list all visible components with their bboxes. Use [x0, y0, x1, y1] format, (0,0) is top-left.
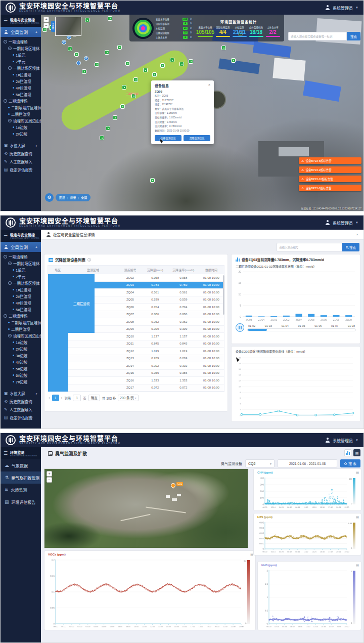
table-row[interactable]: ZQ130.2690.26901-08 10:00	[48, 355, 224, 363]
close-icon[interactable]: ×	[356, 232, 358, 237]
device-marker-green[interactable]	[100, 136, 104, 140]
sidebar-item-稳定评估报告[interactable]: ▤稳定评估报告	[1, 165, 41, 174]
sidebar-item-水位大屏[interactable]: ▣水位大屏▸	[1, 141, 41, 149]
zoom-in-button[interactable]: +	[43, 17, 49, 22]
tree-item[interactable]: 1#拦渣坝	[1, 286, 41, 293]
tree-item[interactable]: 二期拦渣坝	[1, 326, 41, 332]
user-menu[interactable]: 系统管理员 ▼	[325, 438, 358, 443]
sidebar-item-人工数据导入[interactable]: ✎人工数据导入	[1, 157, 41, 165]
sidebar-item-global-monitor[interactable]: 全局监测 ▲	[1, 27, 41, 37]
sidebar-item-环境评估报告[interactable]: ▤环境评估报告	[1, 496, 41, 508]
page-number-button[interactable]: 1	[52, 395, 59, 401]
tree-item[interactable]: 7#边坡	[1, 378, 41, 385]
jump-page-input[interactable]: 1	[73, 395, 81, 401]
device-marker-green[interactable]	[152, 72, 157, 77]
timeline-label[interactable]: 01-03	[265, 324, 272, 327]
page-size-select[interactable]: 200 条/页▾	[118, 395, 138, 401]
collapse-icon[interactable]: −	[8, 281, 12, 285]
tree-item[interactable]: 2#边坡	[1, 346, 41, 352]
search-button[interactable]: 搜索	[342, 243, 359, 251]
sidebar-item-稳定评估报告[interactable]: ▤稳定评估报告	[1, 413, 41, 421]
device-marker-green[interactable]	[108, 16, 112, 21]
device-marker-green[interactable]	[179, 62, 184, 66]
popup-button-沉降监测信息[interactable]: 沉降监测信息	[184, 135, 210, 141]
sidebar-item-历史数据查询[interactable]: ⟲历史数据查询	[1, 397, 41, 405]
device-marker-blue[interactable]: P	[62, 40, 66, 45]
tree-item[interactable]: 1#拦渣坝	[1, 71, 41, 78]
sidebar-control-header[interactable]: ☰ 稳定与安全管控 STABILITY AND SAFETY CONTROL	[1, 15, 41, 27]
timeline-label[interactable]: 01-02	[248, 324, 255, 327]
layer-tab[interactable]: 卫星图	[51, 21, 55, 32]
device-marker-green[interactable]	[133, 77, 138, 82]
tree-item[interactable]: −一期填埋场	[1, 38, 41, 45]
search-input[interactable]	[277, 243, 342, 251]
layers-button[interactable]: 图层	[59, 195, 65, 200]
user-menu[interactable]: 系统管理员 ▼	[325, 5, 358, 11]
save-image-icon[interactable]: ▤	[356, 515, 359, 519]
tree-item[interactable]: 1单元	[1, 52, 41, 58]
sidebar-control-header[interactable]: ☰ 环境监测 ENVIRONMENTAL MONITORING	[1, 447, 41, 459]
device-pin[interactable]	[170, 482, 176, 489]
tree-item[interactable]: 1#边坡	[1, 124, 41, 131]
device-marker-green[interactable]	[95, 62, 99, 67]
tree-item[interactable]: 二期填埋库区堆体	[1, 319, 41, 326]
tree-item[interactable]: 3#边坡	[1, 352, 41, 359]
tree-item[interactable]: 2#边坡	[1, 131, 41, 137]
collapse-icon[interactable]: −	[8, 66, 12, 70]
sidebar-item-水质监测[interactable]: ≋水质监测	[1, 484, 41, 496]
search-button[interactable]: 搜索	[347, 32, 360, 40]
date-range-input[interactable]: 2021-01-06 - 2021-01-08	[278, 459, 337, 467]
chart-view-button[interactable]	[344, 449, 351, 456]
table-row[interactable]: ZQ170.0720.07201-08 10:00	[48, 384, 224, 392]
tree-item[interactable]: 2#拦渣坝	[1, 293, 41, 299]
device-marker-green[interactable]	[74, 52, 79, 57]
alert-banner[interactable]: ⚠设备BP23-2超标告警	[299, 166, 361, 173]
zoom-out-button[interactable]: −	[47, 477, 52, 483]
search-input[interactable]	[288, 32, 347, 40]
timeline-label[interactable]: 01-06	[314, 324, 322, 327]
alert-banner[interactable]: ⚠设备BP23-6超标告警	[299, 157, 361, 164]
device-marker-green[interactable]	[122, 85, 126, 90]
tree-item[interactable]: −填埋库区周边山体	[1, 117, 41, 124]
timeline-track[interactable]	[247, 328, 356, 331]
device-marker-green[interactable]	[117, 45, 122, 50]
device-marker-green[interactable]	[170, 58, 174, 62]
device-marker-green[interactable]	[106, 126, 110, 131]
tools-button[interactable]: ⚙	[45, 193, 54, 202]
table-scrollbar[interactable]	[223, 275, 224, 315]
device-marker-blue[interactable]: P	[84, 56, 88, 61]
pause-button[interactable]	[236, 323, 244, 332]
device-marker-green[interactable]	[105, 50, 109, 55]
tree-item[interactable]: −一期封场区坝体	[1, 280, 41, 286]
tree-item[interactable]: 4#拦渣坝	[1, 84, 41, 91]
collapse-icon[interactable]: −	[4, 40, 7, 44]
tree-item[interactable]: 4#拦渣坝	[1, 299, 41, 306]
sidebar-item-水位大屏[interactable]: ▣水位大屏▸	[1, 389, 41, 397]
measure-button[interactable]: 测量	[70, 195, 76, 200]
table-row[interactable]: ZQ110.8450.84501-08 10:00	[48, 340, 224, 348]
timeline-label[interactable]: 01-07	[331, 324, 338, 327]
sidebar-item-人工数据导入[interactable]: ✎人工数据导入	[1, 405, 41, 413]
tree-item[interactable]: −一期填埋场	[1, 253, 41, 260]
tree-item[interactable]: 2#拦渣坝	[1, 78, 41, 84]
tree-item[interactable]: −填埋库区周边山体	[1, 332, 41, 339]
timeline-label[interactable]: 01-08	[348, 324, 355, 327]
confirm-button[interactable]: 确定	[88, 395, 100, 401]
save-image-icon[interactable]: ▤	[356, 563, 359, 567]
close-icon[interactable]: ×	[208, 83, 210, 88]
timeline-label[interactable]: 01-04	[282, 324, 289, 327]
device-marker-green[interactable]	[120, 104, 125, 109]
sidebar-item-global-monitor[interactable]: 全局监测 ▲	[1, 242, 41, 252]
prev-page-button[interactable]: ‹	[49, 396, 50, 400]
tree-item[interactable]: 6#边坡	[1, 372, 41, 378]
device-marker-green[interactable]	[150, 178, 155, 183]
collapse-icon[interactable]: −	[4, 255, 7, 259]
collapse-icon[interactable]: −	[8, 119, 12, 122]
tree-item[interactable]: 二期拦渣坝	[1, 111, 41, 117]
device-marker-green[interactable]	[160, 63, 165, 68]
collapse-icon[interactable]: −	[8, 47, 12, 50]
device-marker-green[interactable]	[143, 68, 148, 72]
tree-item[interactable]: 二期填埋库区堆体	[1, 104, 41, 111]
popup-button-位移监测信息[interactable]: 位移监测信息	[155, 135, 181, 141]
table-row[interactable]: ZQ121.0191.01901-08 10:00	[48, 348, 224, 355]
